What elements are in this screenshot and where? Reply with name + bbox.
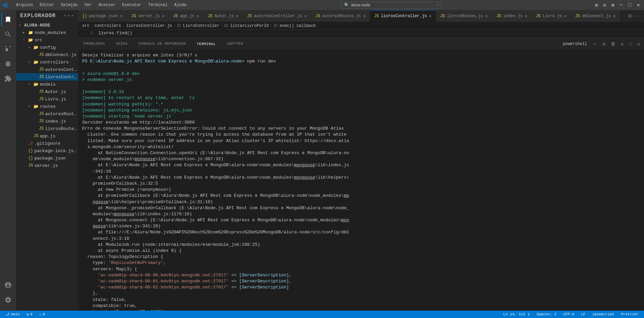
breadcrumb-src[interactable]: src: [82, 24, 90, 28]
panel-tab-terminal[interactable]: TERMINAL: [191, 38, 221, 50]
chevron-up-icon[interactable]: ∧: [620, 41, 625, 48]
tab-livro-js[interactable]: JS Livro.js ✕: [532, 10, 571, 22]
status-encoding[interactable]: UTF-8: [562, 312, 576, 316]
extensions-icon[interactable]: [1, 72, 15, 85]
source-control-icon[interactable]: [1, 42, 15, 56]
tab-autor-js[interactable]: JS Autor.js ✕: [204, 10, 243, 22]
sidebar-item-controllers[interactable]: ▾ 📂 controllers: [16, 58, 78, 66]
accounts-icon[interactable]: [1, 278, 15, 292]
sidebar-item-package-lock[interactable]: {} package-lock.json: [16, 147, 78, 154]
panel-maximize-icon[interactable]: □: [628, 41, 633, 47]
sidebar-item-autor[interactable]: JS Autor.js: [16, 88, 78, 95]
sidebar-more-icon[interactable]: ···: [63, 13, 74, 19]
sidebar-item-autores-routes[interactable]: JS autoresRoutes.js: [16, 110, 78, 118]
sidebar-item-gitignore[interactable]: ⎇ .gitignore: [16, 140, 78, 147]
terminal-line: Servidor escutando em http://localhost:3…: [82, 120, 640, 126]
status-eol[interactable]: LF: [580, 312, 587, 316]
tab-close-icon3[interactable]: ✕: [197, 14, 199, 18]
tab-close-icon5[interactable]: ✕: [304, 14, 307, 18]
sidebar-item-routes[interactable]: ▾ 📂 routes: [16, 103, 78, 110]
toggle-panel-icon[interactable]: ⊠: [610, 2, 615, 8]
tab-dbconnect-js[interactable]: JS dbConnect.js ✕: [571, 10, 620, 22]
sidebar-item-livro[interactable]: JS Livro.js: [16, 95, 78, 103]
status-warnings[interactable]: ⚠ 0: [38, 312, 46, 317]
search-bar[interactable]: 🔍 ▾: [341, 2, 442, 9]
breadcrumb-callback[interactable]: ⬡ exec() callback: [274, 23, 316, 28]
sidebar-item-models[interactable]: ▾ 📂 models: [16, 81, 78, 88]
tab-close-active-icon[interactable]: ✕: [429, 14, 432, 18]
status-errors[interactable]: ⊗ 0: [25, 312, 34, 317]
close-icon[interactable]: ✕: [635, 2, 641, 8]
menu-acessar[interactable]: Acessar: [96, 2, 118, 8]
panel-tab-problemas[interactable]: PROBLEMAS: [78, 38, 110, 50]
search-activity-icon[interactable]: [1, 28, 15, 41]
trash-icon[interactable]: 🗑: [609, 41, 617, 47]
tab-icon-livros-routes: JS: [440, 14, 445, 18]
explorer-icon[interactable]: [1, 13, 15, 26]
search-input[interactable]: [351, 3, 437, 7]
js-file-icon: JS: [39, 52, 44, 57]
sidebar-item-src[interactable]: ▾ 📂 src: [16, 36, 78, 44]
sidebar-item-index[interactable]: JS index.js: [16, 118, 78, 125]
tab-close-icon6[interactable]: ✕: [363, 14, 366, 18]
breadcrumb-controllers[interactable]: controllers: [95, 24, 121, 28]
sidebar-item-livros-routes[interactable]: JS livrosRoutes.js: [16, 125, 78, 132]
spaces-label: Spaces: 2: [537, 312, 556, 316]
panel-tab-jupyter[interactable]: JUPYTER: [221, 38, 249, 50]
tab-icon-autores-routes: JS: [315, 14, 320, 18]
sidebar-item-autores-controller[interactable]: JS autoresController.js: [16, 66, 78, 73]
panel-tab-console[interactable]: CONSOLE DE DEPURAÇÃO: [133, 38, 191, 50]
debug-icon[interactable]: [1, 57, 15, 71]
tab-close-icon4[interactable]: ✕: [236, 14, 238, 18]
status-spaces[interactable]: Spaces: 2: [535, 312, 558, 316]
tab-close-icon8[interactable]: ✕: [525, 14, 527, 18]
sidebar-item-dbconnect[interactable]: JS dbConnect.js: [16, 51, 78, 58]
panel-tab-saida[interactable]: SAÍDA: [110, 38, 133, 50]
split-terminal-icon[interactable]: ⊟: [601, 41, 606, 48]
tab-livros-routes[interactable]: JS livrosRoutes.js ✕: [436, 10, 492, 22]
sidebar-item-project-root[interactable]: ▾ ALURA-NODE: [16, 21, 78, 29]
toggle-sidebar-icon[interactable]: ⊞: [594, 2, 599, 8]
sidebar-item-package-json[interactable]: {} package.json: [16, 154, 78, 162]
breadcrumb-file[interactable]: livrosController.js: [126, 24, 172, 28]
menu-editar[interactable]: Editar: [37, 2, 57, 8]
maximize-icon[interactable]: □: [627, 2, 633, 8]
tab-close-icon[interactable]: ✕: [120, 14, 123, 18]
settings-icon[interactable]: [1, 293, 15, 307]
tab-autores-routes[interactable]: JS autoresRoutes.js ✕: [311, 10, 370, 22]
tab-package-json[interactable]: {} package.json ✕: [78, 10, 127, 22]
menu-terminal[interactable]: Terminal: [146, 2, 170, 8]
menu-ver[interactable]: Ver: [82, 2, 95, 8]
status-position[interactable]: Ln 14, Col 1: [502, 312, 531, 316]
sidebar-item-config[interactable]: ▾ 📂 config: [16, 44, 78, 51]
tab-close-icon2[interactable]: ✕: [162, 14, 164, 18]
tab-livros-controller[interactable]: JS livrosController.js ✕: [370, 10, 436, 22]
tab-close-icon10[interactable]: ✕: [613, 14, 616, 18]
panel-close-icon[interactable]: ✕: [636, 41, 641, 48]
tab-close-icon9[interactable]: ✕: [564, 14, 567, 18]
status-branch[interactable]: ⎇ main: [4, 312, 21, 317]
menu-executar[interactable]: Executar: [119, 2, 144, 8]
status-language[interactable]: JavaScript: [591, 312, 615, 316]
new-terminal-icon[interactable]: ＋: [591, 40, 598, 48]
menu-arquivo[interactable]: Arquivo: [13, 2, 36, 8]
breadcrumb-class[interactable]: ⬡ LivroController: [177, 23, 219, 28]
sidebar-item-livros-controller[interactable]: JS livrosController.js: [16, 73, 78, 81]
more-icon[interactable]: ···: [633, 13, 641, 19]
sidebar-item-node-modules[interactable]: ▶ 📁 node_modules: [16, 29, 78, 36]
tab-autores-controller[interactable]: JS autoresController.js ✕: [243, 10, 311, 22]
tab-app-js[interactable]: JS app.js ✕: [169, 10, 204, 22]
tab-close-icon7[interactable]: ✕: [485, 14, 488, 18]
terminal[interactable]: Deseja finalizar o arquivo em lotes (S/N…: [78, 50, 644, 311]
breadcrumb-method[interactable]: ⬡ listarLivroPorId: [224, 23, 269, 28]
menu-selecao[interactable]: Seleção: [58, 2, 80, 8]
sidebar-item-server[interactable]: JS server.js: [16, 162, 78, 169]
tab-index-js[interactable]: JS index.js ✕: [492, 10, 532, 22]
sidebar-item-app[interactable]: JS app.js: [16, 132, 78, 140]
split-editor-icon[interactable]: ⧉: [628, 13, 632, 19]
menu-ajuda[interactable]: Ajuda: [171, 2, 189, 8]
status-formatter[interactable]: Prettier: [620, 312, 640, 316]
tab-server-js[interactable]: JS server.js ✕: [127, 10, 169, 22]
minimize-icon[interactable]: ─: [618, 2, 624, 8]
toggle-editor-icon[interactable]: ⊟: [602, 2, 607, 8]
